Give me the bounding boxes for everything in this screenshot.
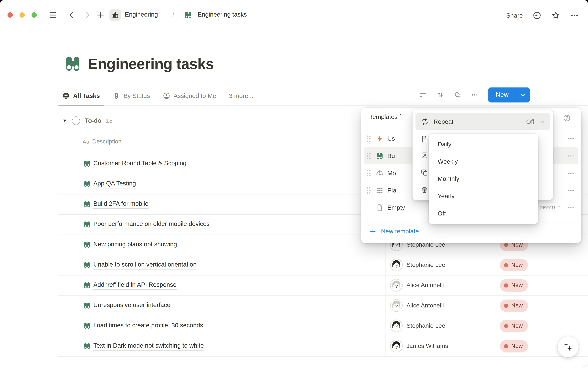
template-more-icon[interactable] [567, 152, 575, 159]
repeat-option-daily[interactable]: Daily [428, 136, 538, 153]
cell-assignee[interactable]: Stephanie Lee [385, 255, 495, 275]
breadcrumb-parent[interactable]: Engineering [125, 11, 158, 18]
repeat-option-weekly[interactable]: Weekly [428, 153, 538, 170]
column-header-description[interactable]: Aa Description [82, 138, 121, 145]
drag-handle-icon[interactable] [366, 135, 372, 142]
cell-status[interactable]: New [495, 295, 588, 316]
task-title[interactable]: Load times to create profile, 30 seconds… [93, 322, 207, 330]
collapse-triangle-icon[interactable] [62, 118, 67, 123]
page-title[interactable]: Engineering tasks [88, 55, 214, 72]
flag-icon[interactable] [421, 135, 428, 142]
cell-description[interactable]: Customer Round Table & Scoping [58, 154, 385, 174]
tab-all-tasks[interactable]: All Tasks [62, 89, 100, 103]
ai-sparkle-button[interactable] [558, 336, 579, 357]
cell-description[interactable]: Text in Dark mode not switching to white [58, 336, 385, 356]
task-title[interactable]: Add ‘ref’ field in API Response [93, 281, 177, 290]
forward-icon[interactable] [82, 10, 92, 20]
cell-assignee[interactable]: Stephanie Lee [385, 316, 495, 336]
breadcrumb-current[interactable]: Engineering tasks [198, 11, 247, 18]
tab-label: All Tasks [73, 92, 100, 99]
cell-assignee[interactable]: Alice Antonelli [385, 295, 495, 316]
new-button-label[interactable]: New [488, 88, 516, 102]
page-binoculars-icon[interactable] [64, 55, 82, 73]
task-title[interactable]: Unable to scroll on vertical orientation [93, 261, 197, 269]
cell-description[interactable]: Unable to scroll on vertical orientation [58, 255, 385, 275]
template-more-icon[interactable] [567, 135, 575, 142]
favorite-star-icon[interactable] [551, 11, 560, 20]
drag-handle-icon[interactable] [366, 186, 372, 194]
more-views-button[interactable]: 3 more... [229, 92, 253, 99]
close-window-button[interactable] [8, 12, 13, 18]
group-name[interactable]: To-do [85, 117, 101, 124]
minimize-window-button[interactable] [19, 12, 25, 18]
help-bubble-button[interactable] [582, 364, 588, 368]
new-page-icon[interactable] [96, 10, 105, 20]
cell-assignee[interactable]: Alice Antonelli [385, 275, 495, 295]
task-title[interactable]: Customer Round Table & Scoping [93, 159, 187, 168]
repeat-option-off[interactable]: Off [428, 205, 538, 222]
cell-description[interactable]: Load times to create profile, 30 seconds… [58, 316, 385, 336]
status-label: New [511, 322, 523, 329]
filter-icon[interactable] [419, 91, 427, 99]
task-title[interactable]: New pricing plans not showing [93, 240, 177, 249]
edit-icon[interactable] [421, 152, 428, 159]
new-template-button[interactable]: New template [369, 228, 419, 235]
table-row[interactable]: Load times to create profile, 30 seconds… [58, 316, 588, 336]
task-title[interactable]: Build 2FA for mobile [93, 200, 148, 208]
template-more-icon[interactable] [567, 169, 575, 177]
table-row[interactable]: Add ‘ref’ field in API Response Alice An… [58, 275, 588, 296]
group-header-todo: To-do 18 [62, 116, 113, 125]
task-title[interactable]: Poor performance on older mobile devices [93, 220, 210, 229]
back-icon[interactable] [68, 10, 77, 20]
screen: Engineering / Engineering tasks Share En… [0, 0, 588, 368]
template-more-icon[interactable] [567, 204, 575, 211]
status-badge: New [500, 340, 528, 352]
share-button[interactable]: Share [506, 12, 523, 19]
table-row[interactable]: Unresponsive user interface Alice Antone… [58, 295, 588, 316]
view-options-icon[interactable] [471, 91, 479, 99]
more-options-icon[interactable] [570, 11, 579, 20]
todo-status-icon [72, 116, 80, 125]
trash-icon[interactable] [421, 186, 428, 194]
text-type-icon: Aa [82, 138, 89, 145]
plus-icon [369, 228, 376, 235]
tab-assigned-to-me[interactable]: Assigned to Me [163, 89, 216, 103]
repeat-option-monthly[interactable]: Monthly [428, 170, 538, 187]
cell-description[interactable]: Unresponsive user interface [58, 295, 385, 316]
table-row[interactable]: Text in Dark mode not switching to white… [58, 336, 588, 357]
status-dot [504, 263, 508, 267]
binoculars-icon [83, 241, 91, 248]
task-title[interactable]: Text in Dark mode not switching to white [93, 342, 204, 350]
cell-status[interactable]: New [495, 316, 588, 336]
task-title[interactable]: Unresponsive user interface [93, 301, 170, 310]
assignee-name: James Williams [407, 343, 448, 350]
cell-assignee[interactable]: James Williams [385, 336, 495, 356]
search-icon[interactable] [454, 91, 461, 99]
drag-handle-icon[interactable] [366, 152, 372, 160]
help-icon[interactable] [563, 114, 571, 122]
cell-description[interactable]: Poor performance on older mobile devices [58, 214, 385, 234]
zoom-window-button[interactable] [32, 12, 37, 18]
new-button-dropdown[interactable] [516, 88, 530, 102]
cell-status[interactable]: New [495, 275, 588, 295]
table-row[interactable]: Unable to scroll on vertical orientation… [58, 255, 588, 276]
sidebar-menu-icon[interactable] [48, 10, 57, 20]
cell-description[interactable]: App QA Testing [58, 174, 385, 194]
cell-description[interactable]: Add ‘ref’ field in API Response [58, 275, 385, 295]
chevron-down-icon [539, 119, 545, 124]
repeat-menu-item[interactable]: Repeat Off [415, 113, 550, 130]
updates-clock-icon[interactable] [533, 11, 542, 20]
breadcrumb-parent-icon[interactable] [109, 9, 121, 20]
cell-status[interactable]: New [495, 255, 588, 275]
duplicate-icon[interactable] [421, 169, 428, 176]
tab-by-status[interactable]: By Status [113, 89, 150, 103]
drag-handle-icon[interactable] [366, 169, 372, 177]
task-title[interactable]: App QA Testing [93, 180, 136, 188]
template-more-icon[interactable] [567, 187, 575, 194]
repeat-option-yearly[interactable]: Yearly [428, 187, 538, 205]
page-header: Engineering tasks [64, 55, 214, 73]
new-button[interactable]: New [488, 88, 530, 102]
cell-description[interactable]: New pricing plans not showing [58, 235, 385, 255]
cell-description[interactable]: Build 2FA for mobile [58, 194, 385, 214]
sort-icon[interactable] [437, 91, 444, 99]
